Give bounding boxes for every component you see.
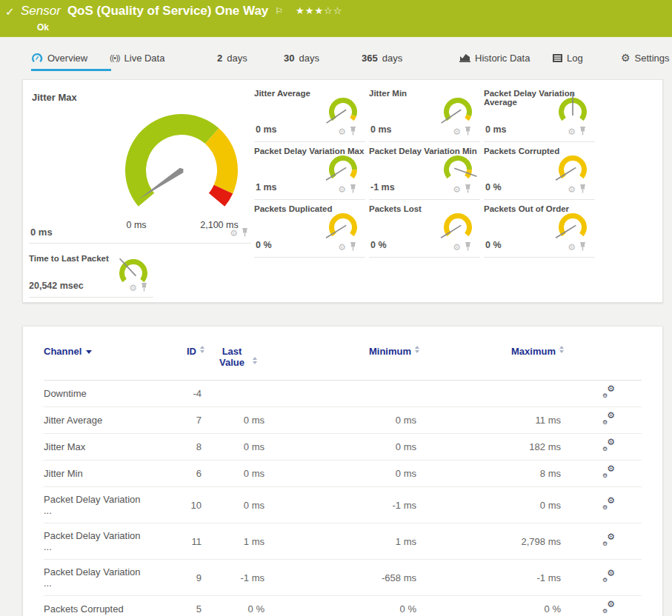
gear-icon[interactable]: ⚙ (129, 284, 137, 292)
tab-label: Live Data (124, 53, 165, 64)
channel-settings-icon[interactable]: ⚙⚙ (602, 603, 615, 613)
channels-table: ChannelIDLast ValueMinimumMaximum Downti… (44, 337, 642, 616)
gear-icon[interactable]: ⚙ (338, 185, 346, 194)
pin-icon[interactable] (579, 183, 586, 196)
gear-icon[interactable]: ⚙ (568, 185, 576, 194)
channel-settings-icon[interactable]: ⚙⚙ (602, 441, 615, 451)
pin-icon[interactable] (350, 125, 356, 138)
sort-icon (253, 357, 257, 364)
gear-icon[interactable]: ⚙ (230, 229, 238, 238)
maximum-cell: -1 ms (419, 560, 564, 596)
gauge-chart (438, 93, 478, 129)
channels-table-card: ChannelIDLast ValueMinimumMaximum Downti… (22, 326, 663, 616)
channel-settings-icon[interactable]: ⚙⚙ (602, 499, 615, 509)
gear-icon[interactable]: ⚙ (453, 127, 461, 136)
channel-actions-cell: ⚙⚙ (564, 560, 642, 596)
pin-icon[interactable] (579, 125, 586, 138)
tab-live-data[interactable]: ((•))Live Data (110, 49, 164, 67)
flag-icon[interactable]: ⚐ (275, 4, 283, 19)
pin-icon[interactable] (465, 241, 471, 254)
priority-stars-icon[interactable]: ★★★☆☆ (296, 4, 342, 19)
column-header-maximum[interactable]: Maximum (419, 337, 564, 381)
pin-icon[interactable] (242, 227, 248, 240)
gauge-panel-jitter-average: Jitter Average0 ms⚙ (254, 84, 365, 142)
gauge-chart (438, 209, 478, 244)
pin-icon[interactable] (579, 241, 586, 254)
gear-icon[interactable]: ⚙ (568, 243, 576, 252)
maximum-cell: 182 ms (419, 434, 564, 461)
gauge-actions: ⚙ (568, 183, 586, 196)
pin-icon[interactable] (350, 241, 356, 254)
gear-icon[interactable]: ⚙ (338, 243, 346, 252)
column-header-label: Minimum (369, 346, 411, 357)
sort-icon (415, 346, 419, 353)
channel-settings-icon[interactable]: ⚙⚙ (602, 467, 615, 478)
column-header-minimum[interactable]: Minimum (267, 337, 419, 381)
minimum-cell: -1 ms (267, 487, 419, 523)
channel-id-cell: 6 (145, 461, 204, 487)
tab-label: Log (567, 53, 583, 64)
tab-overview[interactable]: Overview (31, 49, 87, 67)
table-row: Packet Delay Variation ...9-1 ms-658 ms-… (44, 560, 642, 596)
table-row: Packets Corrupted50 %0 %0 %⚙⚙ (44, 596, 642, 616)
pin-icon[interactable] (465, 125, 471, 138)
tab-log[interactable]: Log (553, 49, 583, 67)
gauge-actions: ⚙ (453, 183, 471, 196)
pin-icon[interactable] (465, 183, 471, 196)
column-header-actions (564, 337, 642, 381)
last-value-cell (204, 381, 267, 407)
gear-icon[interactable]: ⚙ (453, 243, 461, 252)
gear-icon[interactable]: ⚙ (568, 127, 576, 136)
channel-settings-icon[interactable]: ⚙⚙ (602, 572, 615, 582)
gauge-panel-jitter-min: Jitter Min0 ms⚙ (369, 84, 480, 142)
channel-actions-cell: ⚙⚙ (564, 487, 642, 523)
tab-2-days[interactable]: 2days (217, 49, 247, 67)
maximum-cell: 2,798 ms (419, 523, 564, 560)
tab-settings[interactable]: ⚙Settings (621, 49, 670, 67)
channel-name-cell: Packet Delay Variation ... (44, 487, 145, 523)
tab-30-days[interactable]: 30days (284, 49, 319, 67)
last-value-cell: -1 ms (204, 560, 267, 596)
channel-name-cell: Downtime (44, 381, 145, 407)
gauge-chart (553, 151, 593, 187)
channel-settings-icon[interactable]: ⚙⚙ (602, 535, 615, 546)
gauge-panel-packet-delay-variation-min: Packet Delay Variation Min-1 ms⚙ (369, 142, 480, 200)
tab-label: Historic Data (475, 53, 530, 64)
column-header-last-value[interactable]: Last Value (204, 337, 267, 381)
channel-settings-icon[interactable]: ⚙⚙ (602, 387, 615, 398)
minimum-cell: 0 % (267, 596, 419, 616)
page-title: QoS (Quality of Service) One Way (67, 4, 268, 19)
gauge-value: 0 ms (30, 227, 53, 238)
channel-actions-cell: ⚙⚙ (564, 381, 642, 407)
table-row: Jitter Min60 ms0 ms8 ms⚙⚙ (44, 461, 642, 487)
channel-actions-cell: ⚙⚙ (564, 523, 642, 560)
gauge-actions: ⚙ (453, 125, 471, 138)
gear-icon[interactable]: ⚙ (453, 185, 461, 194)
channel-name-cell: Packet Delay Variation ... (44, 560, 145, 596)
small-gauges-grid: Jitter Average0 ms⚙Jitter Min0 ms⚙Packet… (254, 84, 595, 258)
tab-label: days (299, 53, 319, 64)
channel-settings-icon[interactable]: ⚙⚙ (602, 414, 615, 424)
channel-id-cell: 10 (145, 487, 204, 523)
channel-id-cell: 9 (145, 560, 204, 596)
pin-icon[interactable] (350, 183, 356, 196)
gauge-panel-jitter-max: Jitter Max 0 ms 2,100 ms 0 ms ⚙ (29, 86, 251, 244)
channel-actions-cell: ⚙⚙ (564, 434, 642, 461)
column-header-id[interactable]: ID (145, 337, 204, 381)
channel-name-cell: Jitter Average (44, 407, 145, 434)
tab-label: days (382, 53, 402, 64)
gauge-value: 0 ms (256, 124, 277, 135)
tab-365-days[interactable]: 365days (362, 49, 402, 67)
gauge-actions: ⚙ (338, 125, 356, 138)
gauge-panel-packet-delay-variation-max: Packet Delay Variation Max1 ms⚙ (254, 142, 365, 200)
channel-name-cell: Jitter Max (44, 434, 145, 461)
last-value-cell: 0 ms (204, 434, 267, 461)
column-header-channel[interactable]: Channel (44, 337, 145, 381)
gauge-actions: ⚙ (230, 227, 248, 240)
pin-icon[interactable] (141, 281, 147, 295)
tab-historic-data[interactable]: Historic Data (459, 49, 530, 67)
gear-icon[interactable]: ⚙ (338, 127, 346, 136)
channel-id-cell: 5 (145, 596, 204, 616)
last-value-cell: 0 ms (204, 461, 267, 487)
minimum-cell: -658 ms (267, 560, 419, 596)
